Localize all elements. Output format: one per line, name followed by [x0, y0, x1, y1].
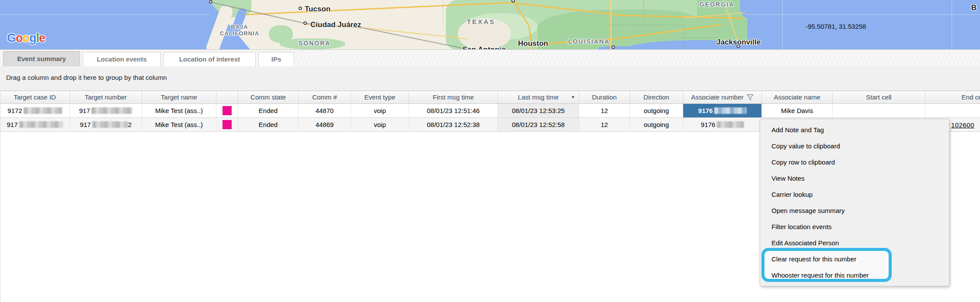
event-summary-screen: Tucson Ciudad Juárez Houston San Antonio…: [0, 0, 980, 302]
map-state-border: [608, 25, 684, 25]
cell-associate-number[interactable]: 9176: [683, 118, 762, 131]
cell-last-msg-time[interactable]: 08/01/23 12:53:25: [498, 104, 579, 117]
cell-target-number[interactable]: 917: [70, 104, 142, 117]
map-marker[interactable]: [612, 45, 615, 49]
col-header-first-msg-time[interactable]: First msg time: [409, 91, 498, 103]
cell-event-type[interactable]: voip: [351, 118, 409, 131]
map-label-houston: Houston: [518, 39, 548, 48]
cell-target-name[interactable]: Mike Test (ass..): [142, 118, 216, 131]
map-label-tucson: Tucson: [305, 5, 330, 14]
context-menu: Add Note and Tag Copy value to clipboard…: [760, 119, 949, 286]
target-color-swatch: [222, 120, 232, 129]
redaction-block: [19, 121, 63, 128]
menu-item-filter-location-events[interactable]: Filter location events: [760, 219, 949, 235]
map-label-baja: BAJA CALIFORNIA: [215, 24, 264, 37]
redaction-block: [714, 107, 747, 114]
col-header-end-cell[interactable]: End cell: [925, 91, 980, 103]
col-header-duration[interactable]: Duration: [579, 91, 630, 103]
col-header-target-name[interactable]: Target name: [142, 91, 216, 103]
map-state-border: [684, 25, 685, 49]
cell-first-msg-time[interactable]: 08/01/23 12:51:46: [409, 104, 498, 117]
menu-item-carrier-lookup[interactable]: Carrier lookup: [760, 186, 949, 202]
cell-end-cell[interactable]: [925, 104, 980, 117]
map-gridline: [952, 0, 952, 49]
map-marker-ciudad-juarez[interactable]: [303, 21, 307, 25]
col-header-start-cell[interactable]: Start cell: [833, 91, 925, 103]
col-header-associate-number[interactable]: Associate number: [683, 91, 762, 103]
tab-event-summary[interactable]: Event summary: [3, 51, 80, 66]
menu-item-whooster-request[interactable]: Whooster request for this number: [760, 267, 949, 283]
cell-color-swatch[interactable]: [216, 118, 238, 131]
map-gridline: [745, 14, 980, 15]
col-header-target-case-id[interactable]: Target case ID: [0, 91, 70, 103]
group-by-hint: Drag a column and drop it here to group …: [6, 74, 167, 81]
map-label-georgia: GEORGIA: [699, 1, 734, 8]
map-label-jacksonville: Jacksonville: [716, 38, 761, 47]
menu-item-clear-request[interactable]: Clear request for this number: [760, 251, 949, 267]
menu-item-open-message-summary[interactable]: Open message summary: [760, 202, 949, 219]
cell-last-msg-time[interactable]: 08/01/23 12:52:58: [498, 118, 579, 131]
tab-ips[interactable]: IPs: [258, 52, 294, 66]
redaction-block: [24, 107, 62, 114]
cell-target-case-id[interactable]: 9172: [0, 104, 70, 117]
cell-duration[interactable]: 12: [579, 118, 630, 131]
col-header-comm-state[interactable]: Comm state: [238, 91, 299, 103]
map-label-sonora: SONORA: [299, 40, 330, 47]
google-map[interactable]: Tucson Ciudad Juárez Houston San Antonio…: [0, 0, 980, 49]
cell-comm-state[interactable]: Ended: [238, 104, 299, 117]
col-header-event-type[interactable]: Event type: [351, 91, 409, 103]
cell-direction[interactable]: outgoing: [630, 104, 683, 117]
col-header-last-msg-time[interactable]: Last msg time▼: [498, 91, 579, 103]
end-cell-link[interactable]: 102600: [951, 121, 974, 129]
cell-comm-number[interactable]: 44870: [299, 104, 351, 117]
map-label-san-antonio: San Antonio: [462, 45, 506, 49]
tab-location-of-interest[interactable]: Location of interest: [163, 52, 256, 66]
cell-first-msg-time[interactable]: 08/01/23 12:52:38: [409, 118, 498, 131]
map-state-border: [681, 38, 717, 38]
map-gulf-of-mexico: [598, 46, 635, 49]
grid-header-row: Target case ID Target number Target name…: [0, 91, 980, 104]
table-row[interactable]: 9172 917 Mike Test (ass..) Ended 44870 v…: [0, 104, 980, 118]
menu-item-view-notes[interactable]: View Notes: [760, 170, 949, 186]
map-label-texas: TEXAS: [467, 18, 495, 25]
menu-item-edit-associated-person[interactable]: Edit Associated Person: [760, 235, 949, 251]
cell-associate-name[interactable]: Mike Davis: [762, 104, 833, 117]
map-label-clipped-city: B: [971, 3, 977, 12]
col-header-comm-number[interactable]: Comm #: [299, 91, 351, 103]
menu-item-add-note-and-tag[interactable]: Add Note and Tag: [760, 122, 949, 138]
col-header-direction[interactable]: Direction: [630, 91, 683, 103]
redaction-block: [717, 121, 744, 128]
map-label-ciudad-juarez: Ciudad Juárez: [310, 21, 361, 29]
grid-left-border: [0, 91, 0, 302]
sort-indicator-icon[interactable]: ▼: [571, 91, 575, 103]
map-gridline: [782, 0, 783, 49]
col-header-associate-name[interactable]: Associate name: [762, 91, 833, 103]
cell-comm-number[interactable]: 44869: [299, 118, 351, 131]
map-marker-tucson[interactable]: [299, 7, 302, 10]
map-label-louisiana: LOUISIANA: [568, 38, 610, 45]
filter-funnel-icon[interactable]: [747, 92, 754, 104]
map-marker[interactable]: [209, 0, 212, 3]
map-terrain-green: [269, 25, 293, 43]
menu-item-copy-value[interactable]: Copy value to clipboard: [760, 138, 949, 154]
group-by-drop-zone[interactable]: Drag a column and drop it here to group …: [0, 66, 980, 91]
cell-start-cell[interactable]: [833, 104, 925, 117]
cell-duration[interactable]: 12: [579, 104, 630, 117]
cell-direction[interactable]: outgoing: [630, 118, 683, 131]
map-state-border: [443, 0, 443, 26]
cell-associate-number-selected[interactable]: 9176: [683, 104, 762, 117]
tab-strip: Event summary Location events Location o…: [0, 49, 980, 66]
col-header-target-number[interactable]: Target number: [70, 91, 142, 103]
cell-target-number[interactable]: 9172: [70, 118, 142, 131]
menu-item-copy-row[interactable]: Copy row to clipboard: [760, 154, 949, 170]
cell-target-case-id[interactable]: 917: [0, 118, 70, 131]
google-logo[interactable]: Google: [7, 31, 45, 45]
cell-color-swatch[interactable]: [216, 104, 238, 117]
tab-location-events[interactable]: Location events: [83, 52, 161, 66]
cell-comm-state[interactable]: Ended: [238, 118, 299, 131]
col-header-swatch[interactable]: [216, 91, 238, 103]
map-coordinates: -95.50781, 31.53258: [806, 23, 866, 30]
target-color-swatch: [222, 106, 232, 115]
cell-target-name[interactable]: Mike Test (ass..): [142, 104, 216, 117]
cell-event-type[interactable]: voip: [351, 104, 409, 117]
